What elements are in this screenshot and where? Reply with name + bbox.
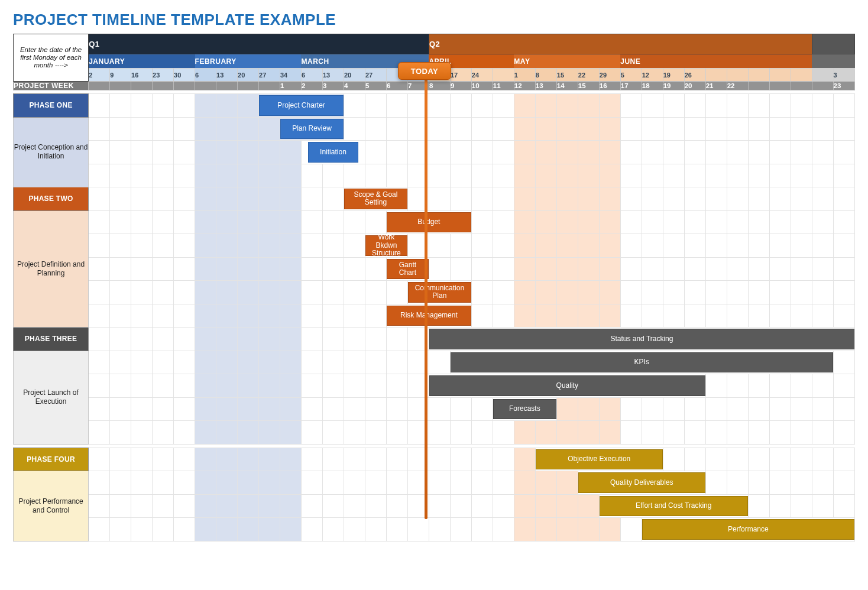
month-extra xyxy=(812,54,854,69)
week-cell: 4 xyxy=(344,82,365,90)
phase-one-body: Project Conception and Initiation xyxy=(14,117,89,187)
task-plan-review[interactable]: Plan Review xyxy=(280,117,344,141)
week-cell: 2 xyxy=(301,82,322,90)
today-marker[interactable]: TODAY xyxy=(398,62,451,80)
week-cell: 6 xyxy=(386,82,407,90)
phase-two-title: PHASE TWO xyxy=(14,187,89,211)
project-week-row: PROJECT WEEK 123456789101112131415161718… xyxy=(14,82,855,90)
date-cell xyxy=(493,69,514,82)
date-cell: 19 xyxy=(663,69,684,82)
date-cell: 29 xyxy=(599,69,620,82)
date-cell: 22 xyxy=(578,69,599,82)
phase-one-title-row: PHASE ONE Project Charter xyxy=(14,94,855,118)
task-gantt-chart[interactable]: Gantt Chart xyxy=(386,257,429,281)
phase-two-body: Project Definition and Planning xyxy=(14,210,89,328)
month-jun: JUNE xyxy=(620,54,812,69)
phase-three-title: PHASE THREE xyxy=(14,328,89,351)
table-row: Performance xyxy=(14,518,855,542)
table-row: Risk Management xyxy=(14,304,855,328)
task-budget[interactable]: Budget xyxy=(386,210,471,234)
table-row: Quality xyxy=(14,374,855,398)
week-cell xyxy=(791,82,812,90)
project-week-label: PROJECT WEEK xyxy=(14,82,89,90)
week-cell xyxy=(748,82,769,90)
date-cell: 27 xyxy=(259,69,280,82)
task-quality-deliverables[interactable]: Quality Deliverables xyxy=(578,471,705,495)
date-cell: 27 xyxy=(365,69,386,82)
week-cell: 8 xyxy=(429,82,450,90)
date-cell: 23 xyxy=(153,69,174,82)
table-row: Work Bkdwn Structure xyxy=(14,234,855,258)
week-cell xyxy=(216,82,238,90)
task-risk-management[interactable]: Risk Management xyxy=(386,304,471,328)
date-cell xyxy=(727,69,748,82)
week-cell: 3 xyxy=(322,82,344,90)
date-cell xyxy=(812,69,833,82)
task-quality[interactable]: Quality xyxy=(429,374,705,398)
task-kpis[interactable]: KPIs xyxy=(450,351,833,374)
date-cell: 20 xyxy=(238,69,259,82)
week-cell: 22 xyxy=(727,82,748,90)
date-cell: 13 xyxy=(322,69,344,82)
table-row: Initiation xyxy=(14,141,855,164)
week-cell: 1 xyxy=(280,82,302,90)
date-cell: 6 xyxy=(195,69,216,82)
task-forecasts[interactable]: Forecasts xyxy=(493,397,556,421)
table-row xyxy=(14,421,855,445)
table-row: Effort and Cost Tracking xyxy=(14,494,855,518)
table-row: Forecasts xyxy=(14,397,855,421)
timeline-page: PROJECT TIMELINE TEMPLATE EXAMPLE TODAY … xyxy=(0,0,868,590)
week-cell: 20 xyxy=(684,82,705,90)
date-cell: 12 xyxy=(642,69,663,82)
today-line xyxy=(425,79,427,519)
task-status-tracking[interactable]: Status and Tracking xyxy=(429,328,854,351)
date-cell: 17 xyxy=(450,69,471,82)
phase-four-title-row: PHASE FOUR Objective Execution xyxy=(14,448,855,471)
date-cell: 26 xyxy=(684,69,705,82)
task-initiation[interactable]: Initiation xyxy=(301,141,365,164)
q2-header: Q2 xyxy=(429,34,812,54)
table-row: Project Launch of Execution KPIs xyxy=(14,351,855,374)
date-cell: 6 xyxy=(301,69,322,82)
week-cell xyxy=(195,82,216,90)
date-cell: 5 xyxy=(620,69,642,82)
phase-two-title-row: PHASE TWO Scope & Goal Setting xyxy=(14,187,855,211)
task-objective-execution[interactable]: Objective Execution xyxy=(535,448,663,471)
task-project-charter[interactable]: Project Charter xyxy=(259,94,344,118)
week-cell xyxy=(238,82,259,90)
date-cell: 8 xyxy=(535,69,556,82)
date-cell: 9 xyxy=(110,69,131,82)
task-work-breakdown[interactable]: Work Bkdwn Structure xyxy=(365,234,407,258)
date-cell: 15 xyxy=(556,69,578,82)
sidebar-note: Enter the date of the first Monday of ea… xyxy=(14,34,89,82)
date-cell xyxy=(748,69,769,82)
week-cell xyxy=(153,82,174,90)
week-cell xyxy=(259,82,280,90)
week-cell: 23 xyxy=(833,82,854,90)
task-scope-goal[interactable]: Scope & Goal Setting xyxy=(344,187,407,211)
week-cell: 12 xyxy=(514,82,535,90)
date-cell: 3 xyxy=(833,69,854,82)
week-cell: 14 xyxy=(556,82,578,90)
table-row: Project Conception and Initiation Plan R… xyxy=(14,117,855,141)
q-extra xyxy=(812,34,854,54)
phase-one-title: PHASE ONE xyxy=(14,94,89,118)
task-effort-cost-tracking[interactable]: Effort and Cost Tracking xyxy=(599,494,748,518)
week-cell: 15 xyxy=(578,82,599,90)
table-row: Project Definition and Planning Budget xyxy=(14,210,855,234)
page-title: PROJECT TIMELINE TEMPLATE EXAMPLE xyxy=(13,11,855,29)
table-row: Project Performance and Control Quality … xyxy=(14,471,855,495)
date-cell: 13 xyxy=(216,69,238,82)
week-cell: 17 xyxy=(620,82,642,90)
week-cell xyxy=(769,82,791,90)
table-row xyxy=(14,164,855,187)
date-cell: 1 xyxy=(514,69,535,82)
week-cell: 16 xyxy=(599,82,620,90)
date-cell: 24 xyxy=(471,69,493,82)
date-cell xyxy=(705,69,727,82)
table-row: Communication Plan xyxy=(14,281,855,304)
month-jan: JANUARY xyxy=(89,54,195,69)
date-cell xyxy=(769,69,791,82)
task-performance[interactable]: Performance xyxy=(642,518,854,542)
task-communication-plan[interactable]: Communication Plan xyxy=(407,281,471,304)
